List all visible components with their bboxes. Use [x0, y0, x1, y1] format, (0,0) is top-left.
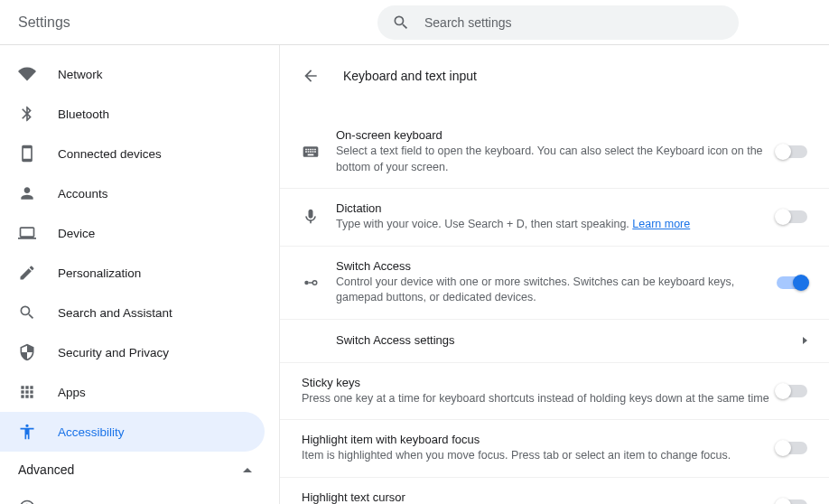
sidebar-item-label: Security and Privacy [58, 346, 169, 359]
toggle-sticky-keys[interactable] [777, 385, 807, 397]
search-input[interactable] [424, 15, 724, 30]
laptop-icon [18, 224, 36, 242]
toggle-onscreen-keyboard[interactable] [777, 145, 807, 158]
content-panel: Keyboard and text input On-screen keyboa… [280, 45, 829, 504]
bluetooth-icon [18, 105, 36, 123]
phone-icon [18, 145, 36, 163]
search-icon [392, 14, 410, 32]
sidebar-item-label: Network [58, 68, 103, 81]
setting-desc: Press one key at a time for keyboard sho… [302, 391, 777, 407]
setting-highlight-focus: Highlight item with keyboard focus Item … [280, 420, 829, 478]
sidebar-item-label: Connected devices [58, 147, 162, 161]
chevron-right-icon [803, 337, 807, 344]
sidebar-item-network[interactable]: Network [0, 54, 265, 94]
person-icon [18, 184, 36, 202]
sidebar-item-bluetooth[interactable]: Bluetooth [0, 94, 265, 134]
setting-title: Dictation [336, 201, 777, 215]
sidebar-item-security-privacy[interactable]: Security and Privacy [0, 332, 265, 372]
sidebar-item-connected-devices[interactable]: Connected devices [0, 134, 265, 173]
sidebar-item-label: Device [58, 227, 95, 240]
sidebar-item-label: Personalization [58, 266, 141, 280]
setting-title: On-screen keyboard [336, 128, 777, 142]
sidebar-item-label: Accessibility [58, 425, 125, 439]
search-icon [18, 303, 36, 322]
setting-title: Highlight text cursor [302, 490, 777, 504]
sidebar-item-label: Date and time [58, 501, 134, 505]
switch-access-settings-link[interactable]: Switch Access settings [280, 320, 829, 363]
setting-onscreen-keyboard: On-screen keyboard Select a text field t… [280, 116, 829, 189]
apps-icon [18, 383, 36, 401]
shield-icon [18, 343, 36, 361]
setting-title: Switch Access [336, 259, 777, 273]
setting-desc: Select a text field to open the keyboard… [336, 144, 777, 175]
accessibility-icon [18, 423, 36, 441]
switch-icon [302, 274, 320, 292]
learn-more-link[interactable]: Learn more [632, 218, 690, 230]
sidebar-item-label: Apps [58, 386, 86, 399]
edit-icon [18, 264, 36, 282]
setting-dictation: Dictation Type with your voice. Use Sear… [280, 189, 829, 247]
keyboard-icon [302, 143, 320, 161]
setting-highlight-cursor: Highlight text cursor Cursor is highligh… [280, 478, 829, 505]
setting-switch-access: Switch Access Control your device with o… [280, 247, 829, 320]
search-bar[interactable] [377, 5, 739, 40]
sidebar-item-accessibility[interactable]: Accessibility [0, 412, 265, 452]
wifi-icon [18, 65, 36, 83]
svg-point-1 [312, 280, 317, 285]
clock-icon [18, 499, 36, 504]
toggle-highlight-cursor[interactable] [777, 499, 807, 504]
setting-title: Highlight item with keyboard focus [302, 433, 777, 446]
toggle-switch-access[interactable] [777, 276, 807, 289]
link-label: Switch Access settings [336, 333, 803, 347]
mic-icon [302, 208, 320, 226]
sidebar-item-label: Accounts [58, 187, 108, 201]
setting-desc: Type with your voice. Use Search + D, th… [336, 217, 777, 233]
sidebar-item-date-time[interactable]: Date and time [0, 488, 265, 504]
toggle-dictation[interactable] [777, 210, 807, 223]
setting-sticky-keys: Sticky keys Press one key at a time for … [280, 363, 829, 421]
app-title: Settings [18, 14, 70, 31]
chevron-up-icon [243, 468, 252, 472]
content-header: Keyboard and text input [280, 54, 829, 98]
setting-desc: Item is highlighted when you move focus.… [302, 448, 777, 464]
sidebar-item-label: Search and Assistant [58, 306, 172, 320]
sidebar-item-search-assistant[interactable]: Search and Assistant [0, 293, 265, 332]
setting-title: Sticky keys [302, 376, 777, 389]
sidebar-item-device[interactable]: Device [0, 213, 265, 253]
sidebar-item-personalization[interactable]: Personalization [0, 253, 265, 293]
toggle-highlight-focus[interactable] [777, 442, 807, 454]
setting-desc: Control your device with one or more swi… [336, 275, 777, 306]
sidebar: Network Bluetooth Connected devices Acco… [0, 45, 280, 504]
back-button[interactable] [302, 67, 320, 85]
advanced-label: Advanced [18, 462, 74, 477]
page-title: Keyboard and text input [343, 69, 477, 83]
sidebar-item-label: Bluetooth [58, 107, 109, 121]
sidebar-item-apps[interactable]: Apps [0, 372, 265, 412]
advanced-toggle[interactable]: Advanced [0, 452, 279, 488]
svg-point-0 [304, 280, 309, 285]
sidebar-item-accounts[interactable]: Accounts [0, 173, 265, 213]
app-header: Settings [0, 0, 829, 45]
